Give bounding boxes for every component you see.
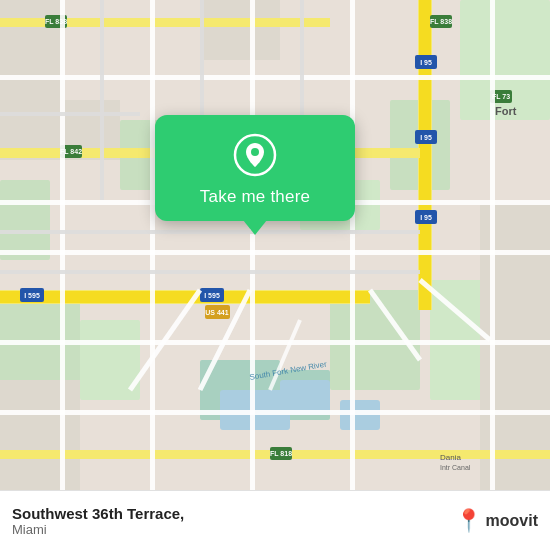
svg-rect-73 (0, 112, 140, 116)
svg-rect-54 (0, 75, 550, 80)
svg-rect-30 (0, 291, 370, 303)
map-container: I 95 I 95 I 95 I 595 I 595 FL 842 FL 842… (0, 0, 550, 490)
svg-text:Intr Canal: Intr Canal (440, 464, 471, 471)
moovit-logo: 📍 moovit (455, 508, 538, 534)
bottom-bar: Southwest 36th Terrace, Miami 📍 moovit (0, 490, 550, 550)
moovit-brand-text: moovit (486, 512, 538, 530)
svg-point-80 (251, 148, 259, 156)
popup-card: Take me there (155, 115, 355, 221)
take-me-there-button[interactable]: Take me there (200, 187, 310, 207)
svg-rect-17 (200, 0, 280, 60)
svg-rect-75 (0, 270, 420, 274)
svg-text:FL 818: FL 818 (270, 450, 292, 457)
svg-text:I 95: I 95 (420, 214, 432, 221)
svg-rect-22 (419, 0, 431, 310)
svg-text:I 595: I 595 (204, 292, 220, 299)
svg-text:I 595: I 595 (24, 292, 40, 299)
svg-rect-62 (350, 0, 355, 490)
svg-rect-60 (150, 0, 155, 490)
svg-rect-57 (0, 340, 550, 345)
svg-text:Fort: Fort (495, 105, 517, 117)
svg-rect-59 (60, 0, 65, 490)
svg-rect-61 (250, 0, 255, 490)
svg-text:I 95: I 95 (420, 134, 432, 141)
svg-rect-74 (0, 230, 420, 234)
moovit-pin-icon: 📍 (455, 508, 482, 534)
svg-text:I 95: I 95 (420, 59, 432, 66)
location-pin-icon (233, 133, 277, 177)
svg-rect-76 (100, 0, 104, 200)
location-name: Southwest 36th Terrace, (12, 505, 455, 522)
location-info: Southwest 36th Terrace, Miami (12, 505, 455, 537)
svg-text:Dania: Dania (440, 453, 461, 462)
svg-text:FL 838: FL 838 (430, 18, 452, 25)
svg-rect-56 (0, 250, 550, 255)
svg-rect-58 (0, 410, 550, 415)
svg-rect-63 (490, 0, 495, 490)
location-city: Miami (12, 522, 455, 537)
svg-text:US 441: US 441 (205, 309, 228, 316)
svg-rect-13 (280, 380, 330, 415)
svg-rect-18 (0, 380, 80, 490)
svg-rect-2 (0, 180, 50, 260)
map-background: I 95 I 95 I 95 I 595 I 595 FL 842 FL 842… (0, 0, 550, 490)
